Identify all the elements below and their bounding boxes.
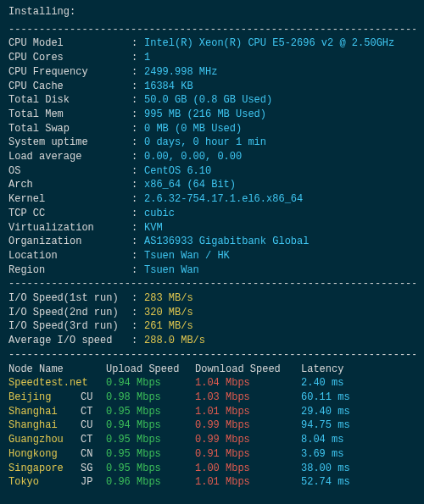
spec-label: CPU Frequency (8, 65, 131, 80)
node-loc: CN (81, 447, 106, 462)
latency-val: 8.04 ms (301, 433, 416, 447)
spec-label: Total Swap (8, 122, 131, 136)
download-val: 1.01 Mbps (195, 405, 301, 419)
colon: : (131, 65, 144, 80)
spec-label: System uptime (8, 136, 131, 150)
terminal-window[interactable]: Installing: ----------------------------… (0, 0, 424, 498)
io-label: I/O Speed(1st run) (8, 291, 131, 306)
status-line: Installing: (8, 5, 416, 19)
node-name: Speedtest.net (8, 376, 81, 390)
io-value: 320 MB/s (144, 306, 193, 320)
spec-label: OS (8, 164, 131, 179)
upload-val: 0.98 Mbps (106, 390, 195, 405)
spec-value: 50.0 GB (0.8 GB Used) (144, 93, 272, 108)
node-name: Tokyo (8, 475, 81, 490)
network-row: Hongkong CN 0.95 Mbps 0.91 Mbps 3.69 ms (8, 447, 416, 462)
divider: ----------------------------------------… (8, 348, 416, 363)
download-val: 0.91 Mbps (195, 447, 301, 462)
upload-val: 0.95 Mbps (106, 447, 195, 462)
upload-val: 0.94 Mbps (106, 418, 195, 433)
colon: : (131, 93, 144, 108)
spec-value: 0 MB (0 MB Used) (144, 122, 242, 136)
download-val: 0.99 Mbps (195, 418, 301, 433)
network-row: Shanghai CT 0.95 Mbps 1.01 Mbps 29.40 ms (8, 405, 416, 419)
colon: : (131, 235, 144, 249)
colon: : (131, 136, 144, 150)
network-row: Shanghai CU 0.94 Mbps 0.99 Mbps 94.75 ms (8, 418, 416, 433)
io-value: 283 MB/s (144, 291, 193, 306)
upload-val: 0.96 Mbps (106, 475, 195, 490)
spec-label: Virtualization (8, 221, 131, 235)
spec-label: CPU Cores (8, 51, 131, 65)
spec-label: Organization (8, 235, 131, 249)
spec-value: 2.6.32-754.17.1.el6.x86_64 (144, 192, 303, 207)
divider: ----------------------------------------… (8, 23, 416, 37)
node-name: Shanghai (8, 405, 81, 419)
download-val: 1.03 Mbps (195, 390, 301, 405)
upload-val: 0.95 Mbps (106, 405, 195, 419)
io-label: Average I/O speed (8, 334, 131, 348)
download-val: 1.01 Mbps (195, 475, 301, 490)
upload-val: 0.94 Mbps (106, 376, 195, 390)
upload-val: 0.95 Mbps (106, 433, 195, 447)
spec-label: CPU Model (8, 36, 131, 51)
spec-value: Intel(R) Xeon(R) CPU E5-2696 v2 @ 2.50GH… (144, 36, 394, 51)
io-value: 288.0 MB/s (144, 334, 205, 348)
colon: : (131, 51, 144, 65)
io-speed-section: I/O Speed(1st run):283 MB/s I/O Speed(2n… (8, 291, 416, 348)
colon: : (131, 306, 144, 320)
latency-val: 60.11 ms (301, 390, 416, 405)
node-name: Guangzhou (8, 433, 81, 447)
col-download: Download Speed (195, 363, 301, 377)
node-loc (81, 376, 106, 390)
spec-value: 995 MB (216 MB Used) (144, 108, 266, 122)
spec-value: AS136933 Gigabitbank Global (144, 235, 309, 249)
colon: : (131, 150, 144, 164)
colon: : (131, 207, 144, 221)
spec-value: 0.00, 0.00, 0.00 (144, 150, 242, 164)
latency-val: 52.74 ms (301, 475, 416, 490)
node-loc: CU (81, 418, 106, 433)
colon: : (131, 164, 144, 179)
col-upload: Upload Speed (106, 363, 195, 377)
colon: : (131, 192, 144, 207)
spec-label: Region (8, 263, 131, 278)
colon: : (131, 122, 144, 136)
node-loc: JP (81, 475, 106, 490)
system-specs-section: CPU Model:Intel(R) Xeon(R) CPU E5-2696 v… (8, 36, 416, 277)
io-label: I/O Speed(2nd run) (8, 306, 131, 320)
node-loc: CU (81, 390, 106, 405)
spec-label: TCP CC (8, 207, 131, 221)
network-row: Speedtest.net 0.94 Mbps 1.04 Mbps 2.40 m… (8, 376, 416, 390)
colon: : (131, 178, 144, 192)
colon: : (131, 36, 144, 51)
col-latency: Latency (301, 363, 416, 377)
latency-val: 2.40 ms (301, 376, 416, 390)
spec-label: Kernel (8, 192, 131, 207)
download-val: 0.99 Mbps (195, 433, 301, 447)
network-row: Singapore SG 0.95 Mbps 1.00 Mbps 38.00 m… (8, 462, 416, 476)
colon: : (131, 263, 144, 278)
spec-value: x86_64 (64 Bit) (144, 178, 236, 192)
spec-value: KVM (144, 221, 163, 235)
node-name: Hongkong (8, 447, 81, 462)
colon: : (131, 291, 144, 306)
spec-label: Total Mem (8, 108, 131, 122)
node-loc: SG (81, 462, 106, 476)
spec-value: 16384 KB (144, 80, 193, 94)
spec-label: Location (8, 249, 131, 263)
colon: : (131, 221, 144, 235)
node-name: Beijing (8, 390, 81, 405)
col-loc (81, 363, 106, 377)
colon: : (131, 80, 144, 94)
spec-label: CPU Cache (8, 80, 131, 94)
spec-label: Total Disk (8, 93, 131, 108)
spec-value: CentOS 6.10 (144, 164, 211, 179)
download-val: 1.04 Mbps (195, 376, 301, 390)
io-value: 261 MB/s (144, 319, 193, 334)
node-loc: CT (81, 405, 106, 419)
divider: ----------------------------------------… (8, 277, 416, 291)
network-table-body: Speedtest.net 0.94 Mbps 1.04 Mbps 2.40 m… (8, 376, 416, 490)
spec-label: Load average (8, 150, 131, 164)
node-name: Shanghai (8, 418, 81, 433)
